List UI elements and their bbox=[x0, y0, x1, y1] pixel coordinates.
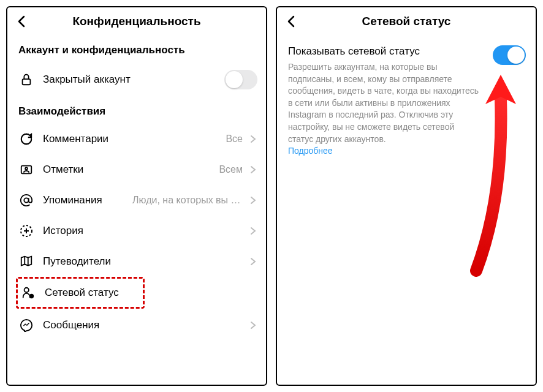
section-interactions: Взаимодействия bbox=[7, 97, 266, 124]
header: Сетевой статус bbox=[277, 7, 536, 36]
row-messages[interactable]: Сообщения bbox=[7, 310, 266, 341]
chevron-right-icon bbox=[249, 135, 257, 143]
svg-point-4 bbox=[24, 198, 28, 202]
activity-status-panel: Сетевой статус Показывать сетевой статус… bbox=[276, 6, 537, 386]
at-icon bbox=[18, 192, 34, 208]
chevron-right-icon bbox=[249, 227, 257, 235]
messenger-icon bbox=[18, 317, 34, 333]
row-tags[interactable]: Отметки Всем bbox=[7, 154, 266, 185]
row-value: Все bbox=[226, 134, 243, 145]
privacy-panel: Конфиденциальность Аккаунт и конфиденциа… bbox=[6, 6, 267, 386]
chevron-right-icon bbox=[249, 196, 257, 205]
row-activity-status[interactable]: Сетевой статус bbox=[16, 277, 145, 309]
row-label: Путеводители bbox=[43, 255, 111, 268]
page-title: Конфиденциальность bbox=[7, 15, 266, 28]
svg-point-3 bbox=[25, 167, 28, 170]
page-title: Сетевой статус bbox=[277, 15, 536, 28]
header: Конфиденциальность bbox=[7, 7, 266, 36]
activity-status-toggle[interactable] bbox=[493, 45, 526, 65]
comment-icon bbox=[18, 131, 34, 147]
row-label: История bbox=[43, 225, 83, 237]
learn-more-link[interactable]: Подробнее bbox=[288, 146, 333, 156]
tag-icon bbox=[18, 162, 34, 178]
row-label: Отметки bbox=[43, 164, 83, 176]
setting-description: Разрешить аккаунтам, на которые вы подпи… bbox=[288, 61, 525, 145]
row-private-account[interactable]: Закрытый аккаунт bbox=[7, 62, 266, 97]
row-label: Упоминания bbox=[43, 194, 102, 206]
row-value: Всем bbox=[219, 164, 243, 175]
svg-rect-0 bbox=[23, 79, 31, 85]
setting-block: Показывать сетевой статус Разрешить акка… bbox=[277, 36, 536, 156]
activity-icon bbox=[20, 285, 36, 301]
row-label: Сообщения bbox=[43, 319, 99, 331]
story-icon bbox=[18, 223, 34, 239]
section-account-privacy: Аккаунт и конфиденциальность bbox=[7, 36, 266, 62]
row-label: Комментарии bbox=[43, 133, 108, 145]
row-story[interactable]: История bbox=[7, 216, 266, 246]
svg-point-11 bbox=[30, 295, 34, 298]
row-comments[interactable]: Комментарии Все bbox=[7, 124, 266, 154]
row-label: Закрытый аккаунт bbox=[43, 74, 131, 86]
svg-point-1 bbox=[21, 134, 32, 145]
setting-title: Показывать сетевой статус bbox=[288, 45, 525, 58]
chevron-right-icon bbox=[249, 257, 257, 266]
back-button[interactable] bbox=[286, 16, 297, 27]
row-mentions[interactable]: Упоминания Люди, на которых вы п... bbox=[7, 185, 266, 216]
back-button[interactable] bbox=[16, 16, 27, 27]
row-label: Сетевой статус bbox=[45, 287, 119, 299]
row-guides[interactable]: Путеводители bbox=[7, 246, 266, 277]
svg-point-10 bbox=[25, 288, 29, 292]
lock-icon bbox=[18, 72, 34, 88]
row-value: Люди, на которых вы п... bbox=[132, 195, 243, 206]
chevron-right-icon bbox=[249, 321, 257, 330]
private-account-toggle[interactable] bbox=[224, 70, 257, 89]
chevron-right-icon bbox=[249, 165, 257, 174]
guides-icon bbox=[18, 254, 34, 270]
